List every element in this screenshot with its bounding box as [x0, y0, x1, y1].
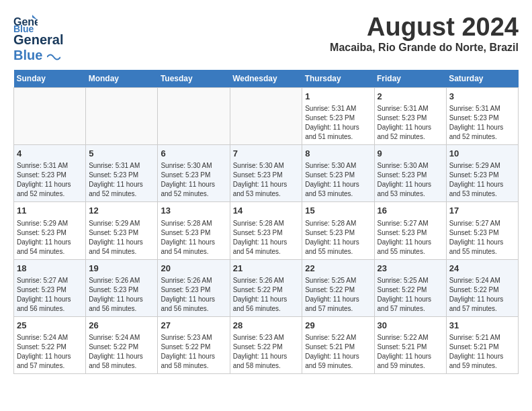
calendar-cell: 27Sunrise: 5:23 AM Sunset: 5:22 PM Dayli… [158, 316, 230, 373]
day-number: 23 [378, 263, 443, 275]
day-number: 24 [449, 263, 515, 275]
title-section: August 2024 Macaiba, Rio Grande do Norte… [330, 13, 519, 54]
calendar-cell: 8Sunrise: 5:30 AM Sunset: 5:23 PM Daylig… [302, 145, 374, 202]
calendar-cell: 22Sunrise: 5:25 AM Sunset: 5:22 PM Dayli… [302, 259, 374, 316]
day-number: 8 [305, 148, 371, 160]
calendar-cell: 28Sunrise: 5:23 AM Sunset: 5:22 PM Dayli… [230, 316, 302, 373]
calendar-cell: 18Sunrise: 5:27 AM Sunset: 5:23 PM Dayli… [14, 259, 86, 316]
week-row-4: 18Sunrise: 5:27 AM Sunset: 5:23 PM Dayli… [14, 259, 519, 316]
logo: General Blue General Blue [13, 13, 63, 63]
day-info: Sunrise: 5:29 AM Sunset: 5:23 PM Dayligh… [89, 219, 154, 257]
day-info: Sunrise: 5:24 AM Sunset: 5:22 PM Dayligh… [449, 276, 515, 314]
svg-text:Blue: Blue [13, 24, 34, 32]
day-info: Sunrise: 5:23 AM Sunset: 5:22 PM Dayligh… [233, 333, 300, 371]
day-number: 27 [161, 320, 226, 332]
calendar-cell: 11Sunrise: 5:29 AM Sunset: 5:23 PM Dayli… [14, 202, 86, 259]
day-info: Sunrise: 5:30 AM Sunset: 5:23 PM Dayligh… [161, 161, 226, 199]
day-number: 25 [17, 320, 83, 332]
calendar-cell: 20Sunrise: 5:26 AM Sunset: 5:23 PM Dayli… [158, 259, 230, 316]
calendar-cell: 19Sunrise: 5:26 AM Sunset: 5:23 PM Dayli… [86, 259, 158, 316]
header-cell-sunday: Sunday [14, 70, 86, 88]
header-cell-wednesday: Wednesday [230, 70, 302, 88]
day-info: Sunrise: 5:31 AM Sunset: 5:23 PM Dayligh… [378, 104, 443, 142]
calendar-cell: 4Sunrise: 5:31 AM Sunset: 5:23 PM Daylig… [14, 145, 86, 202]
calendar-cell: 5Sunrise: 5:31 AM Sunset: 5:23 PM Daylig… [86, 145, 158, 202]
day-number: 11 [17, 205, 83, 217]
day-info: Sunrise: 5:30 AM Sunset: 5:23 PM Dayligh… [378, 161, 443, 199]
calendar-cell: 16Sunrise: 5:27 AM Sunset: 5:23 PM Dayli… [374, 202, 446, 259]
day-info: Sunrise: 5:26 AM Sunset: 5:23 PM Dayligh… [89, 276, 154, 314]
calendar-cell: 6Sunrise: 5:30 AM Sunset: 5:23 PM Daylig… [158, 145, 230, 202]
day-info: Sunrise: 5:24 AM Sunset: 5:22 PM Dayligh… [17, 333, 83, 371]
day-number: 10 [449, 148, 515, 160]
calendar-cell: 31Sunrise: 5:21 AM Sunset: 5:21 PM Dayli… [446, 316, 518, 373]
logo-blue: Blue [13, 48, 42, 62]
day-info: Sunrise: 5:31 AM Sunset: 5:23 PM Dayligh… [17, 161, 83, 199]
day-number: 18 [17, 263, 83, 275]
calendar-cell: 29Sunrise: 5:22 AM Sunset: 5:21 PM Dayli… [302, 316, 374, 373]
week-row-2: 4Sunrise: 5:31 AM Sunset: 5:23 PM Daylig… [14, 145, 519, 202]
calendar-cell: 23Sunrise: 5:25 AM Sunset: 5:22 PM Dayli… [374, 259, 446, 316]
calendar-cell: 12Sunrise: 5:29 AM Sunset: 5:23 PM Dayli… [86, 202, 158, 259]
day-number: 15 [305, 205, 371, 217]
calendar-cell: 21Sunrise: 5:26 AM Sunset: 5:22 PM Dayli… [230, 259, 302, 316]
calendar-cell: 2Sunrise: 5:31 AM Sunset: 5:23 PM Daylig… [374, 88, 446, 145]
calendar-cell [230, 88, 302, 145]
week-row-1: 1Sunrise: 5:31 AM Sunset: 5:23 PM Daylig… [14, 88, 519, 145]
calendar-table: SundayMondayTuesdayWednesdayThursdayFrid… [13, 70, 519, 374]
day-info: Sunrise: 5:23 AM Sunset: 5:22 PM Dayligh… [161, 333, 226, 371]
week-row-5: 25Sunrise: 5:24 AM Sunset: 5:22 PM Dayli… [14, 316, 519, 373]
day-info: Sunrise: 5:31 AM Sunset: 5:23 PM Dayligh… [449, 104, 515, 142]
calendar-cell: 15Sunrise: 5:28 AM Sunset: 5:23 PM Dayli… [302, 202, 374, 259]
day-info: Sunrise: 5:22 AM Sunset: 5:21 PM Dayligh… [305, 333, 371, 371]
calendar-cell: 7Sunrise: 5:30 AM Sunset: 5:23 PM Daylig… [230, 145, 302, 202]
day-number: 4 [17, 148, 83, 160]
header-cell-monday: Monday [86, 70, 158, 88]
header-cell-friday: Friday [374, 70, 446, 88]
header: General Blue General Blue August 2024 Ma… [13, 13, 519, 63]
day-info: Sunrise: 5:26 AM Sunset: 5:23 PM Dayligh… [161, 276, 226, 314]
calendar-cell: 13Sunrise: 5:28 AM Sunset: 5:23 PM Dayli… [158, 202, 230, 259]
logo-wave-icon [47, 52, 60, 62]
location-title: Macaiba, Rio Grande do Norte, Brazil [330, 42, 519, 54]
day-info: Sunrise: 5:31 AM Sunset: 5:23 PM Dayligh… [89, 161, 154, 199]
day-number: 7 [233, 148, 300, 160]
day-number: 29 [305, 320, 371, 332]
day-number: 5 [89, 148, 154, 160]
day-info: Sunrise: 5:22 AM Sunset: 5:21 PM Dayligh… [378, 333, 443, 371]
day-number: 9 [378, 148, 443, 160]
header-cell-saturday: Saturday [446, 70, 518, 88]
calendar-cell: 26Sunrise: 5:24 AM Sunset: 5:22 PM Dayli… [86, 316, 158, 373]
day-number: 6 [161, 148, 226, 160]
day-number: 1 [305, 91, 371, 103]
calendar-cell: 9Sunrise: 5:30 AM Sunset: 5:23 PM Daylig… [374, 145, 446, 202]
day-number: 2 [378, 91, 443, 103]
day-info: Sunrise: 5:29 AM Sunset: 5:23 PM Dayligh… [449, 161, 515, 199]
day-info: Sunrise: 5:26 AM Sunset: 5:22 PM Dayligh… [233, 276, 300, 314]
month-year-title: August 2024 [330, 13, 519, 42]
day-number: 22 [305, 263, 371, 275]
logo-icon: General Blue [13, 13, 38, 32]
day-number: 28 [233, 320, 300, 332]
header-cell-thursday: Thursday [302, 70, 374, 88]
day-info: Sunrise: 5:25 AM Sunset: 5:22 PM Dayligh… [378, 276, 443, 314]
calendar-cell [158, 88, 230, 145]
day-info: Sunrise: 5:29 AM Sunset: 5:23 PM Dayligh… [17, 219, 83, 257]
calendar-cell: 10Sunrise: 5:29 AM Sunset: 5:23 PM Dayli… [446, 145, 518, 202]
day-info: Sunrise: 5:27 AM Sunset: 5:23 PM Dayligh… [449, 219, 515, 257]
calendar-cell: 24Sunrise: 5:24 AM Sunset: 5:22 PM Dayli… [446, 259, 518, 316]
calendar-cell: 3Sunrise: 5:31 AM Sunset: 5:23 PM Daylig… [446, 88, 518, 145]
day-info: Sunrise: 5:21 AM Sunset: 5:21 PM Dayligh… [449, 333, 515, 371]
day-info: Sunrise: 5:24 AM Sunset: 5:22 PM Dayligh… [89, 333, 154, 371]
calendar-cell: 1Sunrise: 5:31 AM Sunset: 5:23 PM Daylig… [302, 88, 374, 145]
day-number: 16 [378, 205, 443, 217]
calendar-cell: 30Sunrise: 5:22 AM Sunset: 5:21 PM Dayli… [374, 316, 446, 373]
day-number: 20 [161, 263, 226, 275]
day-number: 14 [233, 205, 300, 217]
day-info: Sunrise: 5:30 AM Sunset: 5:23 PM Dayligh… [233, 161, 300, 199]
day-number: 26 [89, 320, 154, 332]
day-number: 13 [161, 205, 226, 217]
day-info: Sunrise: 5:31 AM Sunset: 5:23 PM Dayligh… [305, 104, 371, 142]
week-row-3: 11Sunrise: 5:29 AM Sunset: 5:23 PM Dayli… [14, 202, 519, 259]
day-number: 21 [233, 263, 300, 275]
